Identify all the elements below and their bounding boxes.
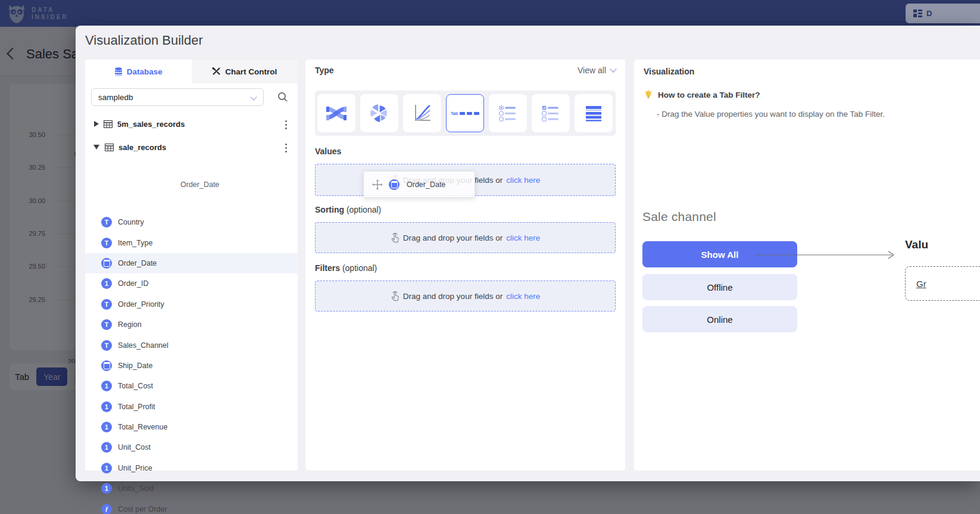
field-row[interactable]: Ship_Date xyxy=(85,356,298,376)
table-row[interactable]: sale_records xyxy=(85,136,298,158)
field-name: Total_Revenue xyxy=(118,423,167,431)
type-section-label: Type xyxy=(315,66,334,75)
chevron-down-icon xyxy=(250,94,257,100)
field-type-icon: 1 xyxy=(101,422,112,432)
kebab-menu-icon[interactable] xyxy=(284,119,288,130)
tab-filter-option-offline[interactable]: Offline xyxy=(642,274,797,300)
tip-row: How to create a Tab Filter? xyxy=(644,89,760,100)
table-icon xyxy=(105,144,114,151)
field-name: Ship_Date xyxy=(118,362,152,370)
field-row[interactable]: 1 Total_Profit xyxy=(85,397,298,417)
lightbulb-icon xyxy=(644,89,653,100)
field-row[interactable]: T Country xyxy=(85,212,298,232)
pie-icon xyxy=(369,102,390,124)
visualization-builder-modal: Visualization Builder Order_Date Databas… xyxy=(76,26,980,481)
tab-filter-option-online[interactable]: Online xyxy=(642,306,797,332)
field-type-icon: ƒ xyxy=(101,504,112,514)
field-row-selected[interactable]: Order_Date xyxy=(85,253,298,273)
line-chart-icon xyxy=(411,102,433,124)
table-name: sale_records xyxy=(118,143,166,152)
field-row[interactable]: T Sales_Channel xyxy=(85,335,298,355)
table-row[interactable]: 5m_sales_records xyxy=(85,113,298,135)
field-name: Total_Profit xyxy=(118,403,155,411)
search-icon[interactable] xyxy=(277,91,289,103)
chart-type-pie[interactable] xyxy=(360,94,398,132)
field-name: Item_Type xyxy=(118,239,152,247)
dropzone-click-here-link[interactable]: click here xyxy=(506,176,540,185)
field-row[interactable]: T Item_Type xyxy=(85,232,298,253)
expand-icon[interactable] xyxy=(94,121,99,127)
dropzone-text: Drag and drop your fields or xyxy=(403,233,503,242)
field-type-icon: 1 xyxy=(101,278,112,289)
field-row[interactable]: ƒ Cost per Order xyxy=(85,499,298,514)
field-row[interactable]: 1 Unit_Price xyxy=(85,458,298,478)
tab-filter-icon: Tab xyxy=(451,111,479,116)
view-all-button[interactable]: View all xyxy=(578,66,616,75)
field-type-icon: 1 xyxy=(101,483,112,494)
sorting-dropzone[interactable]: Drag and drop your fields or click here xyxy=(315,222,616,253)
chart-type-strip: Tab xyxy=(315,91,616,136)
field-row[interactable]: 1 Total_Revenue xyxy=(85,417,298,437)
field-row[interactable]: 1 Order_ID xyxy=(85,273,298,294)
builder-panel: Type View all xyxy=(305,60,625,471)
filters-dropzone[interactable]: Drag and drop your fields or click here xyxy=(315,281,616,311)
database-select-value: sampledb xyxy=(98,93,133,102)
visualization-header: Visualization xyxy=(644,67,694,76)
field-name: Units_Sold xyxy=(118,484,154,493)
chart-type-tab-filter[interactable]: Tab xyxy=(446,94,484,132)
kebab-menu-icon[interactable] xyxy=(284,142,288,154)
field-row[interactable]: T Region xyxy=(85,314,298,335)
field-name: Order_ID xyxy=(118,279,148,288)
dragged-field-name: Order_Date xyxy=(407,180,445,189)
visualization-panel: Visualization How to create a Tab Filter… xyxy=(634,60,980,471)
field-name: Order_Date xyxy=(118,259,157,267)
annotation-group-box: Gr xyxy=(905,266,980,301)
field-name: Order_Priority xyxy=(118,300,164,309)
drag-ghost-label: Order_Date xyxy=(180,180,219,189)
field-list: T Country T Item_Type Order_Date 1 Order… xyxy=(85,212,298,514)
tab-chart-control-label: Chart Control xyxy=(225,67,277,76)
chart-type-line[interactable] xyxy=(403,94,441,132)
field-name: Total_Cost xyxy=(118,382,153,390)
field-row[interactable]: 1 Unit_Cost xyxy=(85,437,298,457)
chart-type-checkbox-list[interactable] xyxy=(532,94,570,132)
chart-type-table[interactable] xyxy=(575,94,613,132)
brand-line2: INSIDER xyxy=(32,14,68,21)
field-type-icon: T xyxy=(101,299,112,310)
field-type-icon: T xyxy=(101,238,112,248)
collapse-icon[interactable] xyxy=(93,145,99,149)
brand-line1: DATA xyxy=(32,7,68,14)
widget-title: Sale channel xyxy=(642,210,716,224)
radio-list-icon xyxy=(497,102,519,124)
tab-database[interactable]: Database xyxy=(85,60,192,83)
field-name: Region xyxy=(118,320,142,329)
field-row[interactable]: T Order_Priority xyxy=(85,294,298,314)
dashboard-button-label: D xyxy=(926,9,932,18)
field-name: Unit_Cost xyxy=(118,443,151,451)
checkbox-list-icon xyxy=(540,102,561,124)
click-hand-icon xyxy=(391,233,400,243)
dashboard-button[interactable]: D xyxy=(906,4,980,23)
database-select[interactable]: sampledb xyxy=(91,88,264,106)
dropzone-click-here-link[interactable]: click here xyxy=(506,233,540,242)
chart-type-radio-list[interactable] xyxy=(489,94,527,132)
field-type-icon: 1 xyxy=(101,442,112,453)
tab-chart-control[interactable]: Chart Control xyxy=(192,60,298,83)
dropzone-click-here-link[interactable]: click here xyxy=(506,292,540,301)
brand: DATA INSIDER xyxy=(0,4,68,24)
field-name: Sales_Channel xyxy=(118,341,168,350)
chart-type-sankey[interactable] xyxy=(317,94,355,132)
field-type-icon: 1 xyxy=(101,381,112,391)
database-icon xyxy=(114,67,123,76)
view-all-label: View all xyxy=(578,66,606,75)
tools-icon xyxy=(212,67,221,76)
field-row[interactable]: 1 Total_Cost xyxy=(85,376,298,396)
annotation-group-link[interactable]: Gr xyxy=(916,279,926,289)
field-type-icon: 1 xyxy=(101,463,112,473)
field-name: Cost per Order xyxy=(118,505,167,513)
dragged-field-chip[interactable]: Order_Date xyxy=(363,171,475,198)
field-type-icon: 1 xyxy=(101,401,112,412)
modal-title: Visualization Builder xyxy=(85,33,203,48)
field-row[interactable]: 1 Units_Sold xyxy=(85,478,298,499)
table-icon xyxy=(104,120,113,128)
